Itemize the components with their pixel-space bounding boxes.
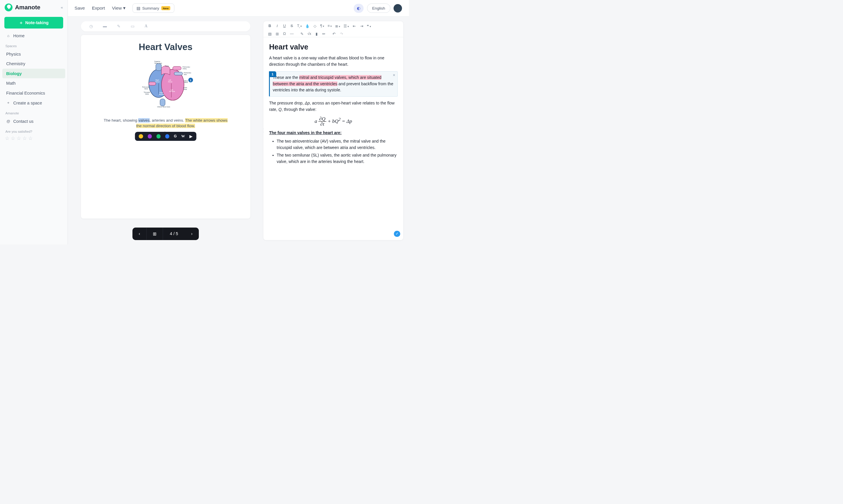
- resize-handle[interactable]: ⋮⋮: [264, 127, 264, 134]
- svg-text:Artery: Artery: [182, 68, 187, 70]
- home-label: Home: [13, 34, 25, 38]
- topbar: Save Export View ▾ ▤ Summary New ◐ Engli…: [68, 0, 409, 17]
- quote-dropdown[interactable]: ❝: [367, 24, 371, 29]
- unordered-list-dropdown[interactable]: ☰: [343, 24, 349, 29]
- svg-rect-5: [149, 82, 156, 86]
- presentation-icon[interactable]: ▬: [103, 24, 107, 29]
- page-indicator: 4 / 5: [163, 231, 185, 236]
- svg-text:Mitral: Mitral: [184, 80, 188, 82]
- list-header: The four main valves in the heart are:: [269, 130, 341, 135]
- pencil-icon[interactable]: ✎: [117, 24, 121, 29]
- svg-text:Left: Left: [170, 89, 173, 91]
- collapse-sidebar-icon[interactable]: «: [61, 5, 63, 10]
- youtube-icon[interactable]: ▶: [190, 134, 193, 139]
- undo-button[interactable]: ↶: [332, 32, 337, 36]
- highlight-purple-button[interactable]: [148, 134, 152, 139]
- svg-text:Inferior Vena Cava: Inferior Vena Cava: [157, 106, 170, 107]
- summary-button[interactable]: ▤ Summary New: [132, 3, 174, 13]
- sidebar-item-physics[interactable]: Physics: [0, 49, 68, 59]
- sidebar-item-home[interactable]: ⌂ Home: [0, 31, 68, 40]
- rating-stars[interactable]: ☆ ☆ ☆ ☆ ☆: [0, 135, 68, 142]
- strikethrough-button[interactable]: S: [290, 24, 294, 29]
- svg-text:Aortic: Aortic: [183, 87, 187, 88]
- next-page-button[interactable]: ›: [185, 228, 199, 240]
- font-size-dropdown[interactable]: TI: [297, 24, 302, 29]
- highlight-green-button[interactable]: [156, 134, 161, 139]
- satisfied-label: Are you satisfied?: [0, 126, 68, 135]
- highlight-yellow: the normal direction of blood flow.: [136, 124, 195, 128]
- sidebar-item-math[interactable]: Math: [0, 78, 68, 88]
- clock-icon[interactable]: ◷: [89, 24, 93, 29]
- fill-color-button[interactable]: 💧: [305, 24, 310, 29]
- svg-text:Pulmonary: Pulmonary: [182, 66, 190, 68]
- export-button[interactable]: Export: [92, 5, 105, 11]
- sidebar-item-chemistry[interactable]: Chemistry: [0, 59, 68, 69]
- svg-text:Right: Right: [160, 92, 163, 94]
- underline-button[interactable]: U: [282, 24, 287, 29]
- svg-text:Vena Cava: Vena Cava: [154, 62, 162, 64]
- note-intro: A heart valve is a one-way valve that al…: [269, 55, 397, 68]
- citation-block: 1 ✕ These are the mitral and tricuspid v…: [269, 71, 397, 96]
- brand-name: Amanote: [15, 4, 40, 11]
- home-icon: ⌂: [6, 34, 11, 38]
- sidebar-item-financial-economics[interactable]: Financial Economics: [0, 88, 68, 98]
- svg-text:Left: Left: [168, 79, 171, 81]
- svg-text:Superior: Superior: [154, 60, 160, 62]
- note-title: Heart valve: [269, 41, 397, 53]
- indent-button[interactable]: ⇥: [359, 24, 364, 29]
- text-icon[interactable]: A: [145, 24, 148, 29]
- document-toolbar: ◷ ▬ ✎ ▭ A: [81, 21, 251, 32]
- bold-button[interactable]: B: [268, 24, 272, 29]
- user-avatar[interactable]: [394, 4, 402, 13]
- sidebar-item-biology[interactable]: Biology: [2, 69, 65, 78]
- moon-icon: ◐: [357, 6, 360, 11]
- close-citation-icon[interactable]: ✕: [393, 73, 395, 78]
- note-taking-label: Note-taking: [25, 20, 49, 25]
- note-icon[interactable]: ▭: [131, 24, 134, 29]
- highlight-blue-button[interactable]: [165, 134, 169, 139]
- at-icon: @: [6, 119, 11, 123]
- wikipedia-icon[interactable]: W: [181, 134, 185, 139]
- list-item: The two semilunar (SL) valves, the aorti…: [277, 152, 398, 165]
- svg-text:Aorta: Aorta: [165, 65, 169, 67]
- prev-page-button[interactable]: ‹: [132, 228, 147, 240]
- pen-button[interactable]: ✏: [322, 32, 326, 36]
- create-space-button[interactable]: ＋ Create a space: [0, 98, 68, 108]
- outdent-button[interactable]: ⇤: [352, 24, 357, 29]
- language-button[interactable]: English: [367, 3, 390, 13]
- view-dropdown[interactable]: View ▾: [112, 5, 125, 11]
- svg-text:Atrium: Atrium: [168, 81, 173, 83]
- equation-button[interactable]: √x: [307, 32, 311, 36]
- svg-text:Tricuspid: Tricuspid: [144, 92, 150, 93]
- tag-button[interactable]: ▮: [315, 32, 319, 36]
- grid-view-button[interactable]: ⊞: [147, 228, 163, 240]
- spaces-header: Spaces: [0, 41, 68, 49]
- highlighter-button[interactable]: ✎: [300, 32, 304, 36]
- ordered-list-dropdown[interactable]: ≣: [335, 24, 340, 29]
- svg-text:Right: Right: [156, 79, 159, 81]
- table-button[interactable]: ⊞: [275, 32, 280, 36]
- note-taking-button[interactable]: ＋ Note-taking: [4, 17, 64, 29]
- theme-toggle[interactable]: ◐: [354, 4, 364, 13]
- clear-format-button[interactable]: ◇: [313, 24, 317, 29]
- sidebar-item-contact[interactable]: @ Contact us: [0, 116, 68, 126]
- paragraph-dropdown[interactable]: ¶: [320, 24, 325, 29]
- svg-text:Pulmonary: Pulmonary: [142, 86, 150, 88]
- align-dropdown[interactable]: ≡: [327, 24, 332, 29]
- svg-rect-4: [174, 72, 182, 75]
- image-button[interactable]: ▧: [268, 32, 272, 36]
- highlight-yellow-button[interactable]: [139, 134, 143, 139]
- app-logo: [5, 3, 13, 11]
- divider-button[interactable]: —: [290, 32, 294, 36]
- svg-text:Ventricle: Ventricle: [169, 91, 175, 92]
- italic-button[interactable]: I: [275, 24, 280, 29]
- redo-button[interactable]: ↷: [339, 32, 344, 36]
- editor-body[interactable]: Heart valve A heart valve is a one-way v…: [264, 37, 403, 240]
- google-search-icon[interactable]: G: [174, 134, 177, 138]
- save-button[interactable]: Save: [74, 5, 85, 11]
- sync-status-icon[interactable]: ✓: [394, 231, 400, 237]
- document-caption: The heart, showing valves, arteries and …: [104, 118, 227, 129]
- symbol-button[interactable]: Ω: [282, 32, 287, 36]
- svg-text:Pulmonary: Pulmonary: [184, 72, 191, 74]
- brand-section-header: Amanote: [0, 108, 68, 116]
